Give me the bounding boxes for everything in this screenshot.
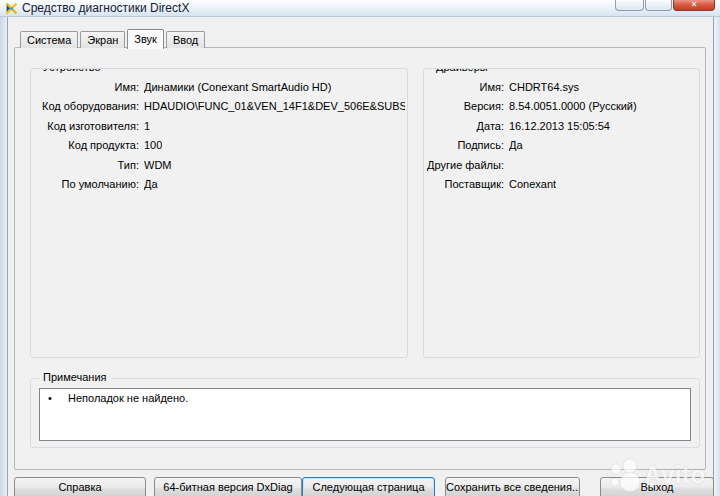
device-group-title: Устройство: [39, 68, 105, 73]
title-bar[interactable]: Средство диагностики DirectX ✕: [0, 0, 720, 17]
field-value: Да: [144, 178, 158, 190]
dxdiag-64bit-button[interactable]: 64-битная версия DxDiag: [154, 477, 302, 496]
close-button[interactable]: ✕: [673, 0, 715, 11]
minimize-button[interactable]: [615, 0, 644, 11]
field-value: Conexant: [509, 178, 556, 190]
device-groupbox: Устройство Имя: Динамики (Conexant Smart…: [30, 68, 408, 358]
device-row-vendor-id: Код изготовителя: 1: [31, 116, 405, 136]
tab-sound[interactable]: Звук: [127, 29, 164, 49]
device-row-product-id: Код продукта: 100: [31, 136, 405, 156]
field-label: Дата:: [424, 120, 504, 132]
window-controls: ✕: [614, 0, 715, 11]
window-title: Средство диагностики DirectX: [22, 1, 189, 15]
field-label: Код продукта:: [31, 139, 139, 151]
help-button[interactable]: Справка: [14, 477, 146, 496]
tab-display[interactable]: Экран: [80, 31, 125, 48]
device-row-hwid: Код оборудования: HDAUDIO\FUNC_01&VEN_14…: [31, 97, 405, 117]
device-row-type: Тип: WDM: [31, 155, 405, 175]
drivers-rows: Имя: CHDRT64.sys Версия: 8.54.0051.0000 …: [424, 77, 697, 194]
maximize-button[interactable]: [645, 0, 672, 11]
notes-listbox[interactable]: • Неполадок не найдено.: [39, 388, 691, 441]
drivers-groupbox: Драйверы Имя: CHDRT64.sys Версия: 8.54.0…: [423, 68, 700, 358]
device-row-name: Имя: Динамики (Conexant SmartAudio HD): [31, 77, 405, 97]
device-rows: Имя: Динамики (Conexant SmartAudio HD) К…: [31, 77, 405, 194]
field-label: Имя:: [424, 81, 504, 93]
field-label: Другие файлы:: [424, 159, 504, 171]
field-label: Код изготовителя:: [31, 120, 139, 132]
field-value: HDAUDIO\FUNC_01&VEN_14F1&DEV_506E&SUBSY: [144, 100, 405, 112]
field-label: По умолчанию:: [31, 178, 139, 190]
driver-row-date: Дата: 16.12.2013 15:05:54: [424, 116, 697, 136]
note-item: • Неполадок не найдено.: [40, 389, 690, 404]
field-value: 1: [144, 120, 150, 132]
field-label: Версия:: [424, 100, 504, 112]
field-label: Код оборудования:: [31, 100, 139, 112]
bullet-icon: •: [48, 392, 60, 404]
next-page-button[interactable]: Следующая страница: [302, 477, 435, 496]
window-edge-left: [0, 17, 7, 496]
exit-button[interactable]: Выход: [600, 477, 714, 496]
field-label: Поставщик:: [424, 178, 504, 190]
tab-strip: Система Экран Звук Ввод: [20, 30, 207, 48]
tab-input[interactable]: Ввод: [166, 31, 205, 48]
driver-row-provider: Поставщик: Conexant: [424, 175, 697, 195]
save-all-info-button[interactable]: Сохранить все сведения...: [445, 477, 580, 496]
field-value: 100: [144, 139, 162, 151]
field-label: Подпись:: [424, 139, 504, 151]
field-value: 8.54.0051.0000 (Русский): [509, 100, 637, 112]
field-value: Да: [509, 139, 523, 151]
tab-system[interactable]: Система: [20, 31, 78, 48]
dxdiag-window: Средство диагностики DirectX ✕ Система Э…: [0, 0, 720, 496]
field-label: Имя:: [31, 81, 139, 93]
field-value: 16.12.2013 15:05:54: [509, 120, 610, 132]
directx-icon: [5, 2, 18, 15]
driver-row-version: Версия: 8.54.0051.0000 (Русский): [424, 97, 697, 117]
device-row-default: По умолчанию: Да: [31, 175, 405, 195]
driver-row-name: Имя: CHDRT64.sys: [424, 77, 697, 97]
notes-group-title: Примечания: [39, 371, 111, 383]
field-value: Динамики (Conexant SmartAudio HD): [144, 81, 331, 93]
field-value: WDM: [144, 159, 172, 171]
notes-groupbox: Примечания • Неполадок не найдено.: [30, 378, 700, 448]
note-text: Неполадок не найдено.: [68, 392, 188, 404]
window-edge-right: [714, 17, 720, 496]
driver-row-other-files: Другие файлы:: [424, 155, 697, 175]
driver-row-signed: Подпись: Да: [424, 136, 697, 156]
field-label: Тип:: [31, 159, 139, 171]
drivers-group-title: Драйверы: [432, 68, 492, 73]
field-value: CHDRT64.sys: [509, 81, 579, 93]
